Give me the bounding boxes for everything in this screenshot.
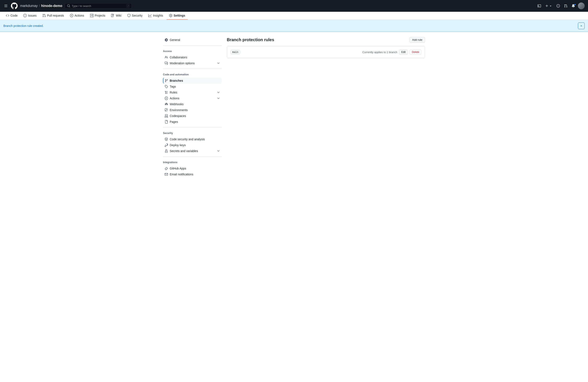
divider-security: [163, 127, 222, 127]
chevron-down-icon: [217, 149, 220, 153]
gear-icon: [165, 38, 168, 42]
sidebar-item-rules[interactable]: Rules: [163, 89, 222, 95]
sidebar-item-webhooks[interactable]: Webhooks: [163, 101, 222, 107]
rules-icon: [165, 91, 168, 94]
nav-pulls[interactable]: Pull requests: [40, 12, 66, 20]
notifications-button[interactable]: [570, 3, 576, 8]
secrets-icon: [165, 149, 168, 153]
email-icon: [165, 173, 168, 176]
divider-automation: [163, 69, 222, 69]
flash-close-button[interactable]: ×: [578, 22, 585, 29]
issue-icon: [23, 14, 27, 17]
sidebar-item-pages[interactable]: Pages: [163, 119, 222, 125]
pages-icon: [165, 120, 168, 124]
nav-insights[interactable]: Insights: [146, 12, 166, 20]
nav-projects-label: Projects: [95, 14, 105, 17]
sidebar-pages-label: Pages: [170, 120, 178, 124]
webhook-icon: [165, 103, 168, 106]
nav-security[interactable]: Security: [125, 12, 145, 20]
delete-rule-button[interactable]: Delete: [410, 50, 421, 55]
nav-issues-label: Issues: [28, 14, 36, 17]
sidebar-item-branches[interactable]: Branches: [163, 78, 222, 84]
sidebar-deploy-keys-label: Deploy keys: [170, 143, 186, 147]
sidebar-environments-label: Environments: [170, 108, 188, 112]
new-button[interactable]: [544, 3, 554, 8]
sidebar-item-deploy-keys[interactable]: Deploy keys: [163, 142, 222, 148]
content-header: Branch protection rules Add rule: [227, 37, 425, 43]
settings-icon: [169, 14, 172, 17]
nav-actions[interactable]: Actions: [67, 12, 87, 20]
nav-projects[interactable]: Projects: [87, 12, 108, 20]
nav-wiki-label: Wiki: [116, 14, 121, 17]
pulls-button[interactable]: [563, 3, 569, 8]
search-icon: [67, 4, 70, 8]
chevron-down-icon: [217, 97, 220, 100]
search-bar[interactable]: Type / to search /: [65, 3, 132, 9]
terminal-button[interactable]: [536, 3, 542, 8]
chevron-down-icon: [217, 91, 220, 94]
pr-icon: [42, 14, 46, 17]
breadcrumb-separator: /: [39, 4, 40, 8]
sidebar-item-actions[interactable]: Actions: [163, 95, 222, 101]
page-title: Branch protection rules: [227, 37, 274, 42]
repo-name[interactable]: hinode-demo: [41, 4, 62, 8]
nav-pulls-label: Pull requests: [47, 14, 64, 17]
wiki-icon: [111, 14, 114, 17]
nav-settings-label: Settings: [174, 14, 185, 17]
codespaces-icon: [165, 114, 168, 118]
nav-wiki[interactable]: Wiki: [108, 12, 124, 20]
sidebar-item-moderation[interactable]: Moderation options: [163, 60, 222, 66]
repo-owner[interactable]: markdumay: [20, 4, 38, 8]
sidebar-webhooks-label: Webhooks: [170, 103, 184, 106]
nav-code-label: Code: [10, 14, 18, 17]
sidebar-tags-label: Tags: [170, 85, 176, 88]
apps-icon: [165, 167, 168, 170]
sidebar-item-tags[interactable]: Tags: [163, 84, 222, 89]
nav-settings[interactable]: Settings: [167, 12, 188, 20]
actions-icon: [70, 14, 73, 17]
sidebar-codespaces-label: Codespaces: [170, 114, 186, 118]
main-content: Branch protection rules Add rule main Cu…: [227, 37, 425, 177]
topbar: markdumay / hinode-demo Type / to search…: [0, 0, 588, 12]
nav-actions-label: Actions: [75, 14, 84, 17]
branch-badge: main: [230, 50, 240, 54]
environment-icon: [165, 108, 168, 112]
divider-integrations: [163, 156, 222, 157]
security-section-label: Security: [163, 130, 222, 135]
chevron-down-icon: [217, 62, 220, 65]
sidebar-item-general[interactable]: General: [163, 37, 222, 43]
nav-insights-label: Insights: [153, 14, 163, 17]
sidebar-item-environments[interactable]: Environments: [163, 107, 222, 113]
code-security-icon: [165, 138, 168, 141]
user-avatar[interactable]: [578, 2, 585, 9]
sidebar-collaborators-label: Collaborators: [170, 56, 187, 59]
hamburger-button[interactable]: [3, 3, 8, 8]
github-logo[interactable]: [11, 2, 18, 9]
flash-message: Branch protection rule created.: [3, 24, 43, 27]
notification-badge: [574, 4, 576, 5]
breadcrumb: markdumay / hinode-demo: [20, 4, 62, 8]
sidebar-item-code-security[interactable]: Code security and analysis: [163, 136, 222, 142]
edit-rule-button[interactable]: Edit: [399, 50, 408, 55]
branch-rule-right: Currently applies to 1 branch Edit Delet…: [362, 50, 421, 55]
security-icon: [127, 14, 131, 17]
insights-icon: [148, 14, 152, 17]
branch-applies-text: Currently applies to 1 branch: [362, 51, 397, 54]
sidebar-item-secrets[interactable]: Secrets and variables: [163, 148, 222, 154]
main-layout: General Access Collaborators Moderation …: [160, 32, 428, 182]
sidebar-rules-label: Rules: [170, 91, 177, 94]
add-rule-button[interactable]: Add rule: [410, 37, 425, 43]
key-icon: [165, 143, 168, 147]
sidebar-item-github-apps[interactable]: GitHub Apps: [163, 166, 222, 171]
search-kbd: /: [126, 4, 129, 8]
sidebar-email-notifications-label: Email notifications: [170, 173, 193, 176]
nav-code[interactable]: Code: [3, 12, 20, 20]
sidebar-item-email-notifications[interactable]: Email notifications: [163, 171, 222, 177]
nav-issues[interactable]: Issues: [21, 12, 39, 20]
issues-button[interactable]: [555, 3, 561, 8]
sidebar-item-codespaces[interactable]: Codespaces: [163, 113, 222, 119]
integrations-section-label: Integrations: [163, 159, 222, 165]
actions-sidebar-icon: [165, 97, 168, 100]
comment-icon: [165, 62, 168, 65]
sidebar-item-collaborators[interactable]: Collaborators: [163, 54, 222, 60]
